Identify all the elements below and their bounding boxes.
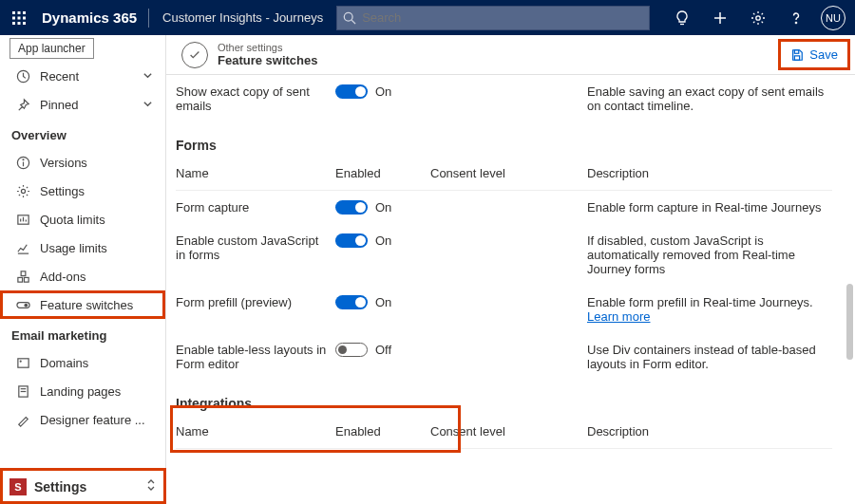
setting-desc: If disabled, custom JavaScript is automa… bbox=[587, 233, 832, 276]
sidebar-item-usage[interactable]: Usage limits bbox=[0, 233, 165, 262]
col-consent-header: Consent level bbox=[430, 424, 587, 439]
page-icon-circle bbox=[181, 42, 208, 68]
sidebar-item-addons[interactable]: Add-ons bbox=[0, 262, 165, 290]
setting-name: Form prefill (preview) bbox=[176, 295, 335, 324]
help-button[interactable] bbox=[777, 0, 815, 35]
setting-desc: Enable form capture in Real-time Journey… bbox=[587, 200, 832, 215]
setting-consent bbox=[430, 233, 587, 276]
setting-desc: Enable saving an exact copy of sent emai… bbox=[587, 84, 832, 113]
toggle-icon bbox=[13, 298, 32, 312]
help-icon bbox=[788, 10, 804, 26]
sidebar: Recent Pinned Overview Versions Settings… bbox=[0, 35, 166, 504]
svg-point-15 bbox=[795, 22, 797, 24]
chevron-down-icon bbox=[142, 98, 156, 112]
setting-name: Enable custom JavaScript in forms bbox=[176, 233, 335, 276]
toggle-state: On bbox=[375, 233, 391, 248]
col-enabled-header: Enabled bbox=[335, 424, 430, 439]
setting-desc: Enable form prefill in Real-time Journey… bbox=[587, 295, 832, 324]
area-switcher[interactable]: S Settings bbox=[0, 468, 166, 504]
setting-consent bbox=[430, 200, 587, 215]
save-button[interactable]: Save bbox=[783, 44, 846, 65]
section-forms: Forms bbox=[176, 122, 832, 157]
svg-rect-27 bbox=[21, 271, 26, 275]
gear-icon bbox=[13, 184, 32, 198]
sidebar-item-quota[interactable]: Quota limits bbox=[0, 205, 165, 233]
search-box[interactable] bbox=[336, 6, 650, 30]
product-label[interactable]: Customer Insights - Journeys bbox=[149, 10, 336, 25]
toggle-state: On bbox=[375, 200, 391, 215]
gear-icon bbox=[750, 10, 766, 26]
sidebar-item-label: Pinned bbox=[40, 98, 142, 112]
sidebar-item-pinned[interactable]: Pinned bbox=[0, 90, 165, 119]
usage-icon bbox=[13, 241, 32, 255]
sidebar-item-landing[interactable]: Landing pages bbox=[0, 377, 165, 405]
lightbulb-button[interactable] bbox=[663, 0, 701, 35]
setting-name: Enable table-less layouts in Form editor bbox=[176, 343, 335, 371]
sidebar-item-recent[interactable]: Recent bbox=[0, 62, 165, 90]
sidebar-item-settings[interactable]: Settings bbox=[0, 177, 165, 205]
search-input[interactable] bbox=[362, 10, 643, 25]
toggle-switch[interactable] bbox=[335, 84, 368, 99]
sidebar-item-label: Recent bbox=[40, 69, 142, 84]
svg-rect-0 bbox=[12, 11, 15, 14]
setting-row: Enable custom JavaScript in formsOnIf di… bbox=[176, 224, 832, 286]
svg-rect-25 bbox=[17, 277, 22, 282]
area-badge: S bbox=[10, 478, 27, 495]
avatar[interactable]: NU bbox=[821, 6, 846, 30]
setting-consent bbox=[430, 84, 587, 113]
plus-icon bbox=[712, 10, 728, 26]
sidebar-item-label: Settings bbox=[40, 184, 156, 198]
svg-point-14 bbox=[756, 15, 760, 19]
toggle-state: Off bbox=[375, 343, 391, 357]
sidebar-item-feature-switches[interactable]: Feature switches bbox=[0, 290, 165, 319]
brand-label[interactable]: Dynamics 365 bbox=[38, 9, 148, 26]
save-icon bbox=[790, 48, 804, 62]
col-desc-header: Description bbox=[587, 424, 832, 439]
settings-body: Show exact copy of sent emails On Enable… bbox=[166, 75, 855, 504]
col-enabled-header: Enabled bbox=[335, 166, 430, 180]
column-header-row: Name Enabled Consent level Description bbox=[176, 415, 832, 449]
page-breadcrumb: Other settings bbox=[218, 42, 318, 53]
save-label: Save bbox=[809, 47, 838, 62]
svg-rect-7 bbox=[18, 22, 21, 25]
svg-rect-4 bbox=[18, 16, 21, 19]
app-launcher-tooltip: App launcher bbox=[10, 38, 94, 59]
page-title: Feature switches bbox=[218, 53, 318, 67]
svg-rect-3 bbox=[12, 16, 15, 19]
setting-row: Enable table-less layouts in Form editor… bbox=[176, 333, 832, 381]
learn-more-link[interactable]: Learn more bbox=[587, 309, 650, 324]
svg-rect-36 bbox=[795, 55, 800, 59]
toggle-switch[interactable] bbox=[335, 200, 368, 215]
search-icon bbox=[343, 11, 356, 25]
lightbulb-icon bbox=[674, 10, 690, 26]
add-button[interactable] bbox=[701, 0, 739, 35]
sidebar-item-label: Feature switches bbox=[40, 298, 156, 312]
scroll-thumb[interactable] bbox=[846, 284, 853, 360]
sidebar-item-label: Usage limits bbox=[40, 241, 156, 255]
svg-point-20 bbox=[21, 189, 25, 193]
toggle-switch[interactable] bbox=[335, 233, 368, 248]
clock-icon bbox=[13, 69, 32, 84]
sidebar-item-domains[interactable]: Domains bbox=[0, 348, 165, 377]
sidebar-item-versions[interactable]: Versions bbox=[0, 148, 165, 177]
pin-icon bbox=[13, 98, 32, 112]
col-name-header: Name bbox=[176, 424, 335, 439]
toggle-state: On bbox=[375, 295, 391, 309]
svg-point-19 bbox=[23, 159, 24, 159]
sidebar-item-label: Add-ons bbox=[40, 270, 156, 284]
sidebar-item-label: Domains bbox=[40, 356, 156, 370]
puzzle-icon bbox=[13, 270, 32, 284]
col-desc-header: Description bbox=[587, 166, 832, 180]
waffle-icon bbox=[11, 10, 27, 26]
topbar: Dynamics 365 Customer Insights - Journey… bbox=[0, 0, 855, 35]
scrollbar[interactable] bbox=[846, 189, 853, 474]
settings-button[interactable] bbox=[739, 0, 777, 35]
app-launcher-button[interactable] bbox=[0, 0, 38, 35]
toggle-switch[interactable] bbox=[335, 343, 368, 357]
toggle-switch[interactable] bbox=[335, 295, 368, 309]
check-icon bbox=[188, 48, 201, 62]
sidebar-heading-overview: Overview bbox=[0, 119, 165, 148]
sidebar-item-designer[interactable]: Designer feature ... bbox=[0, 405, 165, 434]
setting-row: Form captureOnEnable form capture in Rea… bbox=[176, 191, 832, 224]
content: Other settings Feature switches Save Sho… bbox=[166, 35, 855, 504]
